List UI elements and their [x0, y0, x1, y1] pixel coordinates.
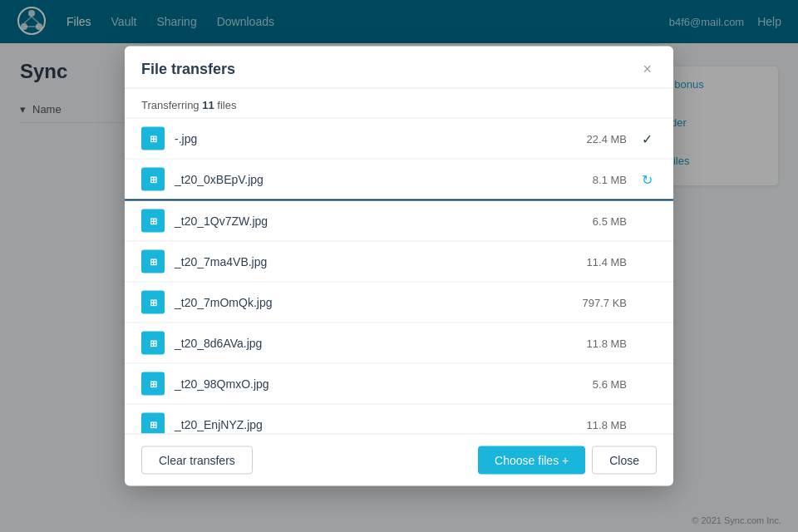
- file-row: ⊞ _t20_7mOmQk.jpg 797.7 KB: [125, 283, 673, 323]
- file-size: 11.4 MB: [560, 255, 627, 268]
- file-icon: ⊞: [141, 250, 165, 273]
- footer-right-buttons: Choose files + Close: [478, 446, 657, 475]
- file-icon: ⊞: [141, 168, 165, 191]
- file-name: _t20_1Qv7ZW.jpg: [175, 214, 550, 228]
- file-row: ⊞ -.jpg 22.4 MB ✓: [125, 119, 673, 160]
- file-size: 5.6 MB: [560, 377, 627, 390]
- file-name: _t20_0xBEpV.jpg: [175, 173, 550, 186]
- file-count: 11: [202, 99, 214, 111]
- transfer-status: Transferring 11 files: [125, 89, 673, 118]
- file-size: 11.8 MB: [560, 337, 627, 349]
- choose-files-button[interactable]: Choose files +: [478, 446, 585, 475]
- file-name: _t20_EnjNYZ.jpg: [175, 418, 550, 431]
- modal-header: File transfers ×: [125, 47, 673, 89]
- close-button[interactable]: Close: [592, 446, 657, 475]
- modal-footer: Clear transfers Choose files + Close: [125, 434, 673, 486]
- file-name: _t20_7ma4VB.jpg: [175, 255, 550, 268]
- file-name: _t20_98QmxO.jpg: [175, 377, 550, 391]
- file-row: ⊞ _t20_7ma4VB.jpg 11.4 MB: [125, 242, 673, 283]
- modal-body: Transferring 11 files ⊞ -.jpg 22.4 MB ✓ …: [125, 89, 673, 434]
- file-icon: ⊞: [141, 291, 165, 314]
- file-list[interactable]: ⊞ -.jpg 22.4 MB ✓ ⊞ _t20_0xBEpV.jpg 8.1 …: [125, 118, 673, 434]
- file-icon: ⊞: [141, 372, 165, 396]
- file-name: -.jpg: [175, 132, 550, 145]
- file-size: 11.8 MB: [560, 418, 627, 431]
- modal-title: File transfers: [141, 60, 235, 77]
- file-name: _t20_8d6AVa.jpg: [175, 337, 550, 350]
- file-row: ⊞ _t20_98QmxO.jpg 5.6 MB: [125, 364, 673, 405]
- file-name: _t20_7mOmQk.jpg: [175, 296, 550, 309]
- file-row-active: ⊞ _t20_0xBEpV.jpg 8.1 MB ↻: [125, 160, 673, 201]
- file-status-transferring: ↻: [637, 171, 657, 187]
- clear-transfers-button[interactable]: Clear transfers: [141, 446, 253, 475]
- refresh-icon: ↻: [642, 171, 653, 187]
- modal-close-button[interactable]: ×: [638, 60, 657, 78]
- checkmark-icon: ✓: [642, 131, 653, 146]
- file-row: ⊞ _t20_1Qv7ZW.jpg 6.5 MB: [125, 201, 673, 242]
- file-row: ⊞ _t20_EnjNYZ.jpg 11.8 MB: [125, 405, 673, 434]
- file-icon: ⊞: [141, 127, 165, 150]
- file-row: ⊞ _t20_8d6AVa.jpg 11.8 MB: [125, 323, 673, 364]
- file-size: 22.4 MB: [560, 132, 627, 145]
- file-icon: ⊞: [141, 332, 165, 355]
- file-size: 8.1 MB: [560, 173, 627, 185]
- file-icon: ⊞: [141, 413, 165, 434]
- file-transfers-modal: File transfers × Transferring 11 files ⊞…: [125, 47, 673, 486]
- file-size: 797.7 KB: [560, 296, 627, 308]
- file-status-done: ✓: [637, 131, 657, 146]
- file-icon: ⊞: [141, 209, 165, 233]
- file-size: 6.5 MB: [560, 214, 627, 227]
